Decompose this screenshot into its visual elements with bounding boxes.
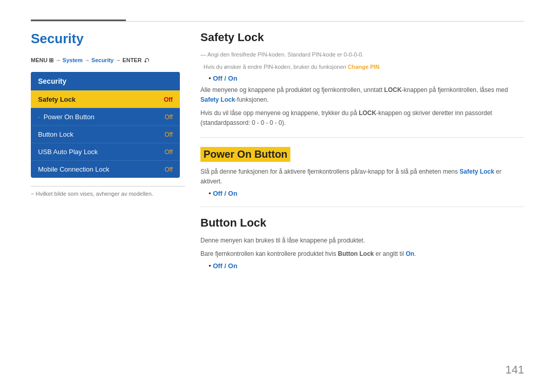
- button-lock-value: Off: [164, 131, 173, 138]
- on-text: On: [406, 250, 415, 257]
- security-panel-header: Security: [31, 72, 180, 90]
- power-on-button-value: Off: [164, 114, 173, 121]
- safety-lock-value: Off: [164, 96, 173, 103]
- menu-path-menu: MENU ⊞ →: [31, 57, 63, 63]
- divider-2: [200, 207, 524, 207]
- lock-bold2: LOCK: [359, 109, 376, 117]
- footnote-text: − Hvilket bilde som vises, avhenger av m…: [31, 191, 153, 197]
- power-on-button-bullet: Off / On: [209, 190, 524, 197]
- menu-item-button-lock[interactable]: Button Lock Off: [31, 125, 180, 143]
- power-on-button-title: Power On Button: [203, 148, 287, 160]
- safety-lock-body1: Alle menyene og knappene på produktet og…: [200, 85, 524, 105]
- safety-lock-desc-change: Hvis du ønsker å endre PIN-koden, bruker…: [200, 63, 524, 72]
- button-lock-bold: Button Lock: [338, 250, 374, 257]
- safety-lock-body2: Hvis du vil låse opp menyene og knappene…: [200, 108, 524, 128]
- power-on-button-label: · Power On Button: [38, 113, 164, 121]
- menu-item-mobile-connection-lock[interactable]: Mobile Connection Lock Off: [31, 160, 180, 178]
- button-lock-body2: Bare fjernkontrollen kan kontrollere pro…: [200, 249, 524, 259]
- lock-bold: LOCK: [384, 86, 402, 94]
- safety-lock-title: Safety Lock: [200, 31, 524, 44]
- button-lock-section: Button Lock Denne menyen kan brukes til …: [200, 216, 524, 269]
- button-lock-title: Button Lock: [200, 216, 524, 230]
- usb-auto-play-lock-label: USB Auto Play Lock: [38, 148, 164, 156]
- top-rule: [31, 21, 524, 22]
- menu-path: MENU ⊞ → System → Security → ENTER ⮏: [31, 57, 185, 64]
- divider-1: [200, 137, 524, 138]
- safety-lock-bullet: Off / On: [209, 74, 524, 82]
- button-lock-off-on: Off / On: [213, 262, 237, 270]
- footnote: − Hvilket bilde som vises, avhenger av m…: [31, 186, 185, 197]
- menu-item-usb-auto-play-lock[interactable]: USB Auto Play Lock Off: [31, 143, 180, 160]
- right-column: Safety Lock ― Angi den firesifrede PIN-k…: [200, 31, 524, 273]
- left-column: Security MENU ⊞ → System → Security → EN…: [31, 31, 185, 197]
- mobile-connection-lock-label: Mobile Connection Lock: [38, 165, 164, 173]
- dot-icon: ·: [38, 114, 40, 120]
- menu-path-system: System: [63, 57, 83, 63]
- menu-item-power-on-button[interactable]: · Power On Button Off: [31, 108, 180, 125]
- safety-lock-desc-pin: ― Angi den firesifrede PIN-koden. Standa…: [200, 50, 524, 60]
- power-on-button-body: Slå på denne funksjonen for å aktivere f…: [200, 167, 524, 186]
- safety-lock-ref: Safety Lock: [200, 96, 235, 103]
- mobile-connection-lock-value: Off: [164, 166, 173, 173]
- safety-lock-ref2: Safety Lock: [459, 168, 494, 175]
- security-panel: Security Safety Lock Off · Power On Butt…: [31, 72, 180, 178]
- button-lock-body1: Denne menyen kan brukes til å låse knapp…: [200, 236, 524, 246]
- page-number: 141: [505, 363, 524, 377]
- power-on-button-highlight: Power On Button: [200, 147, 290, 162]
- usb-auto-play-lock-value: Off: [164, 148, 173, 156]
- menu-path-arrow2: → ENTER ⮏: [114, 57, 149, 63]
- button-lock-bullet: Off / On: [209, 262, 524, 270]
- page-title: Security: [31, 31, 185, 47]
- power-on-button-off-on: Off / On: [213, 190, 237, 197]
- menu-path-security: Security: [91, 57, 114, 63]
- safety-lock-section: Safety Lock ― Angi den firesifrede PIN-k…: [200, 31, 524, 128]
- menu-item-safety-lock[interactable]: Safety Lock Off: [31, 90, 180, 108]
- button-lock-label: Button Lock: [38, 130, 164, 138]
- menu-path-arrow1: →: [83, 57, 91, 63]
- safety-lock-label: Safety Lock: [38, 96, 164, 103]
- power-on-button-section: Power On Button Slå på denne funksjonen …: [200, 147, 524, 197]
- change-pin-link[interactable]: Change PIN: [348, 64, 380, 70]
- safety-lock-off-on: Off / On: [213, 74, 237, 82]
